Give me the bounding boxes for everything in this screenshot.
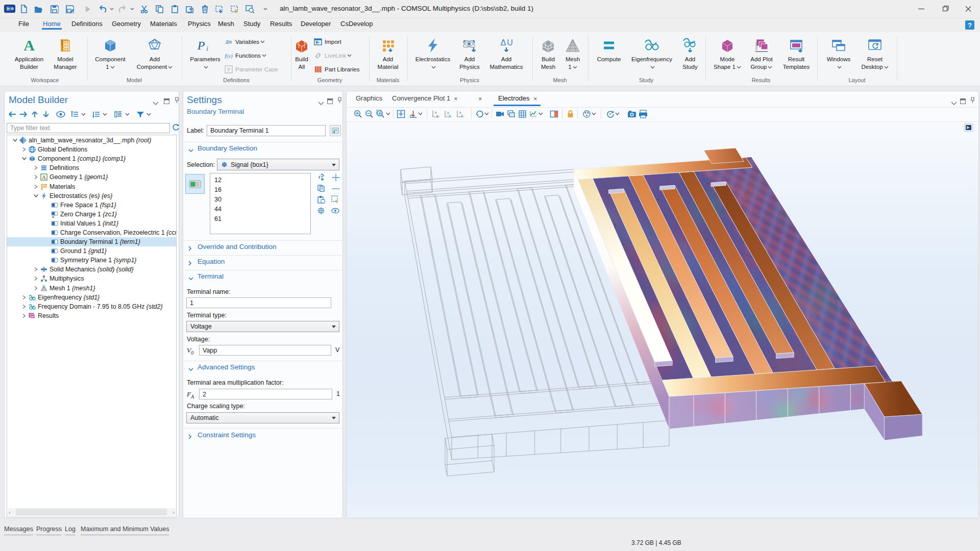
svg-text:P: P — [227, 67, 230, 72]
svg-text:y: y — [436, 113, 438, 118]
svg-text:f(x): f(x) — [225, 53, 233, 59]
svg-text:U: U — [507, 38, 513, 47]
svg-text:P: P — [197, 39, 205, 52]
svg-text:i: i — [206, 44, 208, 53]
svg-text:A: A — [42, 174, 46, 180]
svg-text:z: z — [449, 113, 451, 118]
svg-text:?: ? — [968, 21, 972, 29]
svg-text:A: A — [23, 37, 35, 54]
svg-text:Δ: Δ — [500, 38, 506, 47]
svg-text:a: a — [226, 38, 229, 45]
svg-text:z: z — [461, 113, 463, 118]
